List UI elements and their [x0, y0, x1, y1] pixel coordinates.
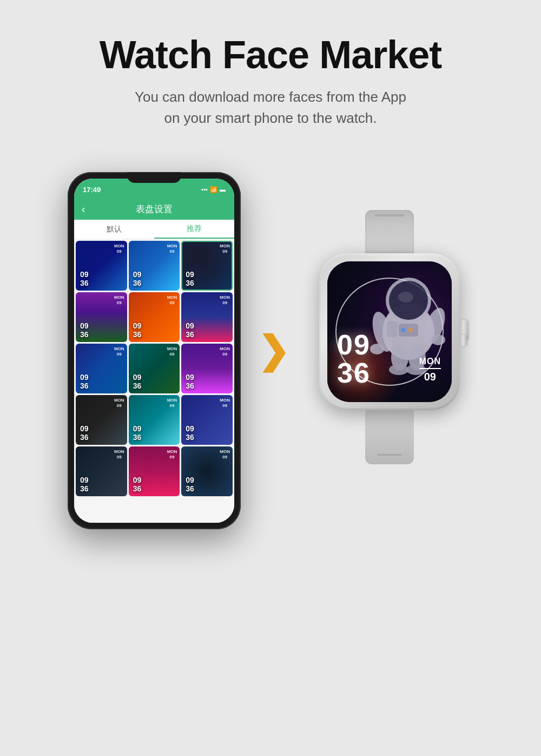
- face-item-9[interactable]: 0936 MON09: [181, 344, 233, 393]
- date-overlay-11: MON09: [167, 398, 177, 408]
- watch-date-display: MON 09: [419, 357, 441, 383]
- face-item-13[interactable]: 0936 MON09: [76, 446, 127, 496]
- date-overlay-14: MON09: [167, 449, 177, 459]
- time-overlay-10: 0936: [80, 425, 89, 442]
- tab-recommended[interactable]: 推荐: [154, 220, 234, 239]
- status-time: 17:49: [83, 186, 101, 194]
- date-overlay-1: MON09: [114, 244, 124, 254]
- face-item-5[interactable]: 0936 MON09: [129, 292, 180, 342]
- time-overlay-4: 0936: [80, 322, 89, 339]
- phone-screen: 17:49 ▪▪▪ 📶 ▬ ‹ 表盘设置: [74, 179, 234, 523]
- strap-top: [365, 210, 414, 253]
- face-row-2: 0936 MON09 0936 MON09 0936 MON09: [76, 292, 233, 342]
- page-container: Watch Face Market You can download more …: [0, 0, 541, 756]
- face-item-10[interactable]: 0936 MON09: [76, 395, 127, 445]
- svg-point-13: [401, 328, 405, 332]
- watch-day: MON: [419, 357, 441, 366]
- watch-min: 36: [337, 359, 371, 387]
- watch-face-background: 09 36 MON 09: [327, 261, 452, 402]
- nav-title: 表盘设置: [136, 203, 173, 215]
- svg-rect-15: [387, 321, 398, 337]
- watch-time-display: 09 36: [337, 331, 371, 387]
- phone-outer: 17:49 ▪▪▪ 📶 ▬ ‹ 表盘设置: [68, 172, 241, 529]
- date-overlay-8: MON09: [167, 346, 177, 357]
- phone-content: 17:49 ▪▪▪ 📶 ▬ ‹ 表盘设置: [74, 179, 234, 523]
- date-overlay-15: MON09: [220, 449, 230, 459]
- watch-date: 09: [419, 371, 441, 383]
- time-overlay-12: 0936: [186, 425, 194, 442]
- date-overlay-12: MON09: [220, 398, 230, 408]
- phone-tabs: 默认 推荐: [74, 220, 234, 239]
- time-overlay-14: 0936: [133, 476, 142, 493]
- phone-wrapper: 17:49 ▪▪▪ 📶 ▬ ‹ 表盘设置: [68, 172, 241, 529]
- time-overlay-5: 0936: [133, 322, 142, 339]
- tab-default[interactable]: 默认: [74, 220, 154, 239]
- svg-point-7: [431, 334, 445, 345]
- time-overlay-8: 0936: [133, 373, 142, 390]
- face-item-6[interactable]: 0936 MON09: [181, 292, 233, 342]
- face-row-5: 0936 MON09 0936 MON09 0936 MON09: [76, 446, 233, 496]
- nav-bar: ‹ 表盘设置: [74, 198, 234, 220]
- time-overlay-9: 0936: [186, 373, 194, 390]
- signal-icon: ▪▪▪: [201, 186, 208, 193]
- face-item-12[interactable]: 0936 MON09: [181, 395, 233, 445]
- face-item-7[interactable]: 0936 MON09: [76, 344, 127, 393]
- wifi-icon: 📶: [210, 186, 217, 193]
- face-row-4: 0936 MON09 0936 MON09 0936 MON09: [76, 395, 233, 445]
- date-overlay-4: MON09: [114, 295, 124, 305]
- date-overlay-6: MON09: [220, 295, 230, 305]
- watch-date-line: [419, 368, 441, 369]
- battery-icon: ▬: [220, 186, 226, 193]
- face-item-15[interactable]: 0936 MON09: [181, 446, 233, 496]
- face-item-11[interactable]: 0936 MON09: [129, 395, 180, 445]
- svg-point-3: [398, 292, 413, 303]
- time-overlay-2: 0936: [133, 271, 142, 287]
- time-overlay-6: 0936: [186, 322, 194, 339]
- watch-screen[interactable]: 09 36 MON 09: [327, 261, 452, 402]
- face-row-1: 0936 MON09 0936 MON09 0936 MON09: [76, 241, 233, 291]
- face-item-4[interactable]: 0936 MON09: [76, 292, 127, 342]
- page-subtitle: You can download more faces from the App…: [135, 87, 406, 129]
- page-title: Watch Face Market: [100, 32, 442, 77]
- face-item-3[interactable]: 0936 MON09: [181, 241, 233, 291]
- transfer-arrow: ❯: [258, 332, 289, 370]
- watch-hour: 09: [337, 331, 371, 359]
- watch-case: 09 36 MON 09: [319, 253, 460, 410]
- back-button[interactable]: ‹: [82, 203, 85, 215]
- date-overlay-13: MON09: [114, 449, 124, 459]
- date-overlay-10: MON09: [114, 398, 124, 408]
- time-overlay-1: 0936: [80, 271, 89, 287]
- time-overlay-15: 0936: [186, 476, 194, 493]
- selected-indicator-3: [181, 241, 233, 291]
- strap-bottom: [365, 410, 414, 464]
- svg-point-14: [408, 328, 413, 332]
- time-overlay-7: 0936: [80, 373, 89, 390]
- arrow-container: ❯: [257, 332, 289, 370]
- date-overlay-9: MON09: [220, 346, 230, 357]
- phone-notch: [127, 172, 181, 183]
- face-item-8[interactable]: 0936 MON09: [129, 344, 180, 393]
- face-grid-container: 0936 MON09 0936 MON09 0936 MON09: [74, 239, 234, 523]
- svg-point-6: [370, 344, 384, 354]
- status-icons: ▪▪▪ 📶 ▬: [201, 186, 226, 193]
- content-row: 17:49 ▪▪▪ 📶 ▬ ‹ 表盘设置: [68, 172, 473, 529]
- watch-crown-small: [460, 335, 466, 346]
- date-overlay-7: MON09: [114, 346, 124, 357]
- face-row-3: 0936 MON09 0936 MON09 0936 MON09: [76, 344, 233, 393]
- face-item-2[interactable]: 0936 MON09: [129, 241, 180, 291]
- date-overlay-5: MON09: [167, 295, 177, 305]
- date-overlay-2: MON09: [167, 244, 177, 254]
- watch-wrapper: 09 36 MON 09: [306, 210, 473, 491]
- svg-point-10: [389, 364, 408, 375]
- time-overlay-13: 0936: [80, 476, 89, 493]
- face-item-1[interactable]: 0936 MON09: [76, 241, 127, 291]
- time-overlay-11: 0936: [133, 425, 142, 442]
- face-item-14[interactable]: 0936 MON09: [129, 446, 180, 496]
